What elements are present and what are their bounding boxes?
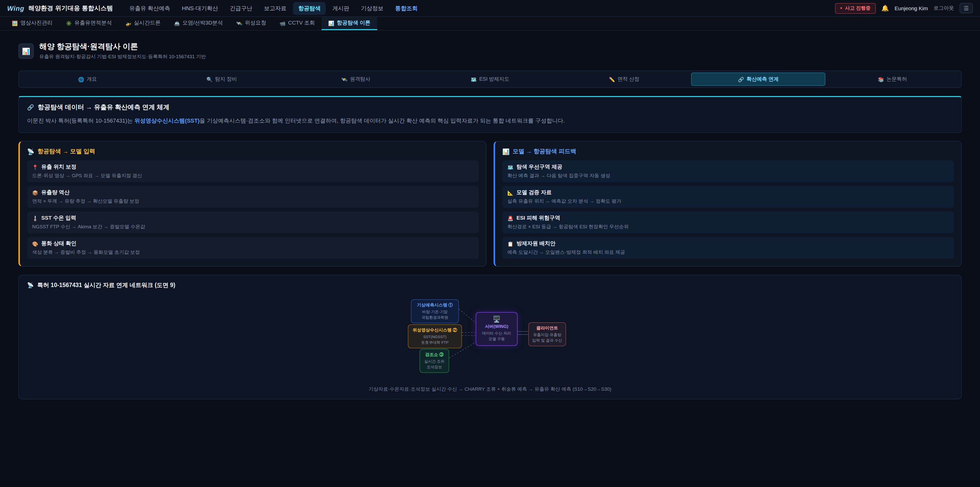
intro-text-after: 을 기상예측시스템·검조소와 함께 인터넷으로 연결하여, 항공탐색 데이터가 …: [200, 118, 565, 124]
computer-icon: 🖥️: [479, 316, 514, 323]
nav-hns-air-diffusion[interactable]: HNS·대기확산: [177, 2, 223, 14]
item-desc: 드론·위성 영상 → GPS 좌표 → 모델 유출지점 갱신: [32, 172, 474, 179]
pencil-icon: ✏️: [609, 77, 615, 82]
sub-nav: 🖼️ 영상사진관리 ✳️ 유출유면적분석 🚁 실시간드론 🚢 오염/선박3D분석…: [0, 17, 980, 30]
tab-label: 확산예측 연계: [747, 76, 779, 83]
sst-system-link[interactable]: 위성영상수신시스템(SST): [135, 118, 200, 124]
subtab-label: 유출유면적분석: [74, 19, 112, 27]
subtab-label: 실시간드론: [134, 19, 161, 27]
nav-integrated-search[interactable]: 통합조회: [390, 2, 423, 14]
tab-papers-patents[interactable]: 📚 논문특허: [825, 72, 959, 86]
tab-esi-map[interactable]: 🗺️ ESI 방제지도: [423, 72, 557, 86]
map-icon: 🗺️: [508, 164, 514, 170]
item-title-text: 유출 위치 보정: [41, 163, 76, 171]
card-title-text: 모델 → 항공탐색 피드백: [513, 148, 576, 155]
card-title-text: 항공탐색 → 모델 입력: [38, 148, 95, 155]
node-weather-system: 기상예측시스템 ① 바람·기온·기압 국립환경과학원: [411, 299, 459, 323]
map-icon: 🗺️: [471, 77, 477, 82]
subtab-pollution-ship-3d[interactable]: 🚢 오염/선박3D분석: [167, 17, 229, 30]
intro-title-text: 항공탐색 데이터 → 유출유 확산예측 연계 체계: [38, 103, 169, 112]
user-name: Eunjeong Kim: [894, 5, 928, 11]
satellite-icon: 🛰️: [236, 20, 242, 26]
nav-aerial-search[interactable]: 항공탐색: [293, 2, 326, 14]
node-title: 위성영상수신시스템 ②: [411, 327, 458, 334]
tab-detection-equipment[interactable]: 🔍 탐지 장비: [155, 72, 289, 86]
logout-button[interactable]: 로그아웃: [934, 5, 954, 12]
item-desc: 예측 도달시간 → 오일펜스·방제정 최적 배치 좌표 제공: [508, 249, 949, 256]
image-icon: 🖼️: [12, 20, 18, 26]
node-title: 검조소 ③: [423, 352, 445, 358]
antenna-icon: 📡: [27, 282, 34, 289]
nav-emergency-rescue[interactable]: 긴급구난: [225, 2, 258, 14]
subtab-oil-area-analysis[interactable]: ✳️ 유출유면적분석: [59, 17, 119, 30]
clipboard-icon: 📋: [508, 241, 514, 246]
link-icon: 🔗: [738, 77, 744, 82]
list-item: 📐 모델 검증 자료 실측 유출유 위치 ↔ 예측값 오차 분석 → 정확도 평…: [502, 186, 954, 208]
intro-title: 🔗 항공탐색 데이터 → 유출유 확산예측 연계 체계: [27, 103, 953, 112]
item-title: 🚨 ESI 피해 위험구역: [508, 214, 949, 222]
list-item: 📋 방제자원 배치안 예측 도달시간 → 오일펜스·방제정 최적 배치 좌표 제…: [502, 237, 954, 259]
network-title-text: 특허 10-1567431 실시간 자료 연계 네트워크 (도면 9): [37, 281, 175, 289]
app-title: 해양환경 위기대응 통합시스템: [28, 4, 113, 13]
list-item: 📦 유출량 역산 면적 × 두께 → 유량 추정 → 확산모델 유출량 보정: [27, 186, 479, 208]
tab-label: 논문특허: [886, 76, 907, 83]
item-title: 🗺️ 탐색 우선구역 제공: [508, 163, 949, 171]
node-title: 기상예측시스템 ①: [414, 302, 455, 308]
item-desc: 확산 예측 결과 → 다음 탐색 집중구역 자동 생성: [508, 172, 949, 179]
topbar-right: ● 사고 진행중 🔔 Eunjeong Kim 로그아웃 ☰: [835, 3, 973, 14]
subtab-label: 오염/선박3D분석: [183, 19, 223, 27]
node-client: 클라이언트 유출지점·유출량 입력 및 결과 수신: [528, 322, 566, 346]
palette-icon: 🎨: [32, 241, 38, 246]
tab-remote-sensing[interactable]: 🛰️ 원격탐사: [289, 72, 423, 86]
nav-weather-info[interactable]: 기상정보: [356, 2, 389, 14]
item-title-text: 방제자원 배치안: [517, 240, 555, 247]
subtab-cctv[interactable]: 📹 CCTV 조회: [273, 17, 321, 30]
tab-diffusion-link[interactable]: 🔗 확산예측 연계: [691, 72, 826, 86]
item-desc: 확산경로 × ESI 등급 → 항공탐색 ESI 현장확인 우선순위: [508, 224, 949, 230]
subtab-image-management[interactable]: 🖼️ 영상사진관리: [5, 17, 59, 30]
node-line: 유출지점·유출량: [532, 332, 563, 338]
subtab-label: 영상사진관리: [21, 19, 52, 27]
nav-board[interactable]: 게시판: [328, 2, 355, 14]
tab-label: 원격탐사: [350, 76, 370, 83]
node-title: 서버(WING): [479, 324, 514, 330]
item-title-text: 탐색 우선구역 제공: [517, 163, 563, 171]
aerial-to-model-card: 📡 항공탐색 → 모델 입력 📍 유출 위치 보정 드론·위성 영상 → GPS…: [18, 141, 487, 267]
nav-oil-spill-prediction[interactable]: 유출유 확산예측: [124, 2, 175, 14]
intro-paragraph: 이문진 박사 특허(등록특허 10-1567431)는 위성영상수신시스템(SS…: [27, 117, 953, 125]
node-line: SST(NGSST): [411, 335, 458, 340]
incident-status-badge[interactable]: ● 사고 진행중: [835, 3, 876, 14]
item-desc: 색상 분류 → 증발비 추정 → 풍화모델 초기값 보정: [32, 249, 474, 256]
subtab-satellite-request[interactable]: 🛰️ 위성요청: [230, 17, 273, 30]
nav-reports[interactable]: 보고자료: [259, 2, 292, 14]
item-title: 📋 방제자원 배치안: [508, 240, 949, 247]
incident-dot-icon: ●: [840, 6, 842, 10]
item-title-text: 유출량 역산: [41, 189, 70, 196]
alert-icon: 🚨: [508, 215, 514, 221]
subtab-aerial-theory[interactable]: 📊 항공탐색 이론: [321, 17, 377, 30]
item-title: 🎨 풍화 상태 확인: [32, 240, 474, 247]
item-title: 📦 유출량 역산: [32, 189, 474, 196]
item-title: 📍 유출 위치 보정: [32, 163, 474, 171]
model-to-aerial-card: 📊 모델 → 항공탐색 피드백 🗺️ 탐색 우선구역 제공 확산 예측 결과 →…: [493, 141, 962, 267]
app-brand[interactable]: Wing 해양환경 위기대응 통합시스템: [7, 4, 113, 13]
bell-icon[interactable]: 🔔: [881, 5, 889, 12]
tab-overview[interactable]: 🌐 개요: [21, 72, 155, 86]
magnifier-icon: 🔍: [207, 77, 213, 82]
node-tide-station: 검조소 ③ 실시간 조위 조석정보: [420, 349, 449, 373]
intro-text-before: 이문진 박사 특허(등록특허 10-1567431)는: [27, 118, 135, 124]
subtab-realtime-drone[interactable]: 🚁 실시간드론: [118, 17, 167, 30]
list-item: 📍 유출 위치 보정 드론·위성 영상 → GPS 좌표 → 모델 유출지점 갱…: [27, 160, 479, 182]
chart-icon: 📊: [328, 20, 334, 26]
satellite-icon: 🛰️: [341, 77, 347, 82]
subtab-label: 항공탐색 이론: [337, 19, 371, 27]
tab-label: 개요: [87, 76, 97, 83]
item-title-text: 풍화 상태 확인: [41, 240, 76, 247]
node-line: 입력 및 결과 수신: [532, 338, 563, 343]
node-satellite-receiver: 위성영상수신시스템 ② SST(NGSST) 토호쿠대학 FTP: [408, 324, 462, 348]
theory-tab-bar: 🌐 개요 🔍 탐지 장비 🛰️ 원격탐사 🗺️ ESI 방제지도 ✏️ 면적 산…: [18, 70, 962, 88]
item-desc: 실측 유출유 위치 ↔ 예측값 오차 분석 → 정확도 평가: [508, 198, 949, 205]
hamburger-menu-icon[interactable]: ☰: [959, 3, 973, 13]
tab-area-calculation[interactable]: ✏️ 면적 산정: [557, 72, 691, 86]
incident-badge-label: 사고 진행중: [845, 5, 870, 11]
